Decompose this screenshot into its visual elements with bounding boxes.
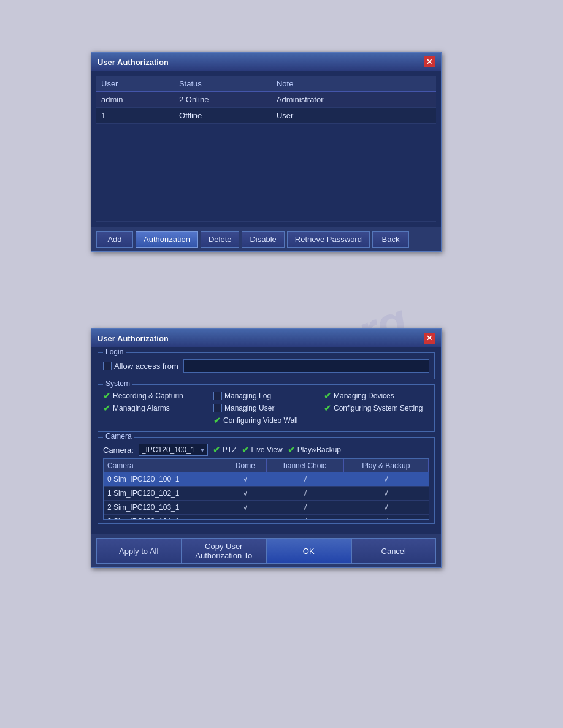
camera-table-row[interactable]: 2 Sim_IPC120_103_1 √ √ √: [104, 501, 429, 515]
cam-play-0: √: [343, 472, 428, 487]
cam-channel-1: √: [266, 487, 343, 501]
cam-play-1: √: [343, 487, 428, 501]
system-item-managing-log[interactable]: Managing Log: [213, 391, 319, 401]
allow-access-input[interactable]: [183, 359, 429, 373]
apply-all-button[interactable]: Apply to All: [96, 538, 182, 564]
cam-dome-0: √: [224, 472, 266, 487]
login-row: Allow access from: [103, 357, 429, 375]
system-section: System ✔ Recording & Capturin Managing L…: [98, 384, 435, 432]
cancel-button[interactable]: Cancel: [351, 538, 437, 564]
status-cell: Offline: [174, 108, 272, 124]
system-label-managing-user: Managing User: [224, 404, 274, 412]
check-icon-managing-user: [213, 404, 222, 412]
login-section-label: Login: [103, 347, 126, 356]
cam-id-0: 0 Sim_IPC120_100_1: [104, 472, 224, 487]
add-button[interactable]: Add: [96, 231, 133, 248]
ok-button[interactable]: OK: [266, 538, 351, 564]
retrieve-password-button[interactable]: Retrieve Password: [287, 231, 370, 248]
check-icon-managing-devices: ✔: [324, 391, 331, 401]
status-cell: 2 Online: [174, 92, 272, 108]
system-item-managing-devices[interactable]: ✔ Managing Devices: [324, 391, 429, 401]
camera-table-row[interactable]: 3 Sim_IPC120_104_1 √ √ √: [104, 515, 429, 520]
camera-section: Camera Camera: _IPC120_100_1 ▼ ✔ PTZ ✔ L…: [98, 437, 435, 524]
table-row[interactable]: 1 Offline User: [96, 108, 436, 124]
dialog-user-authorization-2: User Authorization ✕ Login Allow access …: [91, 328, 442, 568]
dialog-user-authorization-1: User Authorization ✕ User Status Note ad…: [91, 52, 442, 252]
cam-play-3: √: [343, 515, 428, 520]
camera-table-wrapper: Camera Dome hannel Choic Play & Backup 0…: [103, 458, 429, 520]
system-label-recording: Recording & Capturin: [113, 392, 183, 400]
cam-id-3: 3 Sim_IPC120_104_1: [104, 515, 224, 520]
cam-dome-1: √: [224, 487, 266, 501]
dialog2-close-button[interactable]: ✕: [424, 333, 435, 344]
system-item-managing-alarms[interactable]: ✔ Managing Alarms: [103, 403, 209, 413]
extra-cell: [412, 108, 436, 124]
check-icon-live-view: ✔: [242, 445, 249, 455]
check-icon-recording: ✔: [103, 391, 110, 401]
user-cell: admin: [96, 92, 174, 108]
dialog1-button-row: Add Authorization Delete Disable Retriev…: [91, 227, 441, 251]
dialog2-button-row: Apply to All Copy User Authorization To …: [91, 534, 441, 567]
table-row[interactable]: admin 2 Online Administrator: [96, 92, 436, 108]
dialog1-close-button[interactable]: ✕: [424, 56, 435, 67]
cam-channel-2: √: [266, 501, 343, 515]
col-user: User: [96, 76, 174, 92]
ptz-item[interactable]: ✔ PTZ: [213, 445, 237, 455]
cam-dome-2: √: [224, 501, 266, 515]
empty-row: [96, 124, 436, 222]
check-icon-configuring-video: ✔: [213, 415, 221, 425]
camera-label: Camera:: [103, 446, 134, 455]
check-icon-configuring-system: ✔: [324, 403, 331, 413]
camera-table-row[interactable]: 0 Sim_IPC120_100_1 √ √ √: [104, 472, 429, 487]
col-note: Note: [272, 76, 412, 92]
cam-channel-3: √: [266, 515, 343, 520]
camera-table: Camera Dome hannel Choic Play & Backup 0…: [104, 459, 429, 520]
cam-id-1: 1 Sim_IPC120_102_1: [104, 487, 224, 501]
user-table: User Status Note admin 2 Online Administ…: [96, 76, 436, 222]
allow-access-checkbox-item[interactable]: Allow access from: [103, 362, 178, 371]
cam-dome-3: √: [224, 515, 266, 520]
camera-select[interactable]: _IPC120_100_1: [139, 444, 208, 456]
cam-col-dome: Dome: [224, 459, 266, 472]
camera-section-label: Camera: [103, 432, 134, 441]
disable-button[interactable]: Disable: [242, 231, 284, 248]
delete-button[interactable]: Delete: [201, 231, 240, 248]
play-backup-item[interactable]: ✔ Play&Backup: [288, 445, 341, 455]
allow-access-checkbox[interactable]: [103, 362, 112, 370]
dialog2-title: User Authorization: [98, 334, 169, 343]
ptz-label: PTZ: [223, 446, 237, 454]
system-label-managing-log: Managing Log: [224, 392, 271, 400]
check-icon-managing-log: [213, 392, 222, 400]
dialog1-title: User Authorization: [98, 58, 169, 67]
system-label-managing-alarms: Managing Alarms: [113, 404, 170, 412]
login-section: Login Allow access from: [98, 352, 435, 379]
system-item-configuring-video[interactable]: ✔ Configuring Video Wall: [213, 415, 319, 425]
live-view-item[interactable]: ✔ Live View: [242, 445, 283, 455]
play-backup-label: Play&Backup: [297, 446, 341, 454]
check-icon-play-backup: ✔: [288, 445, 295, 455]
cam-channel-0: √: [266, 472, 343, 487]
camera-select-row: Camera: _IPC120_100_1 ▼ ✔ PTZ ✔ Live Vie…: [103, 441, 429, 458]
allow-access-label: Allow access from: [114, 362, 178, 371]
dialog2-titlebar: User Authorization ✕: [91, 329, 441, 347]
camera-select-wrapper[interactable]: _IPC120_100_1 ▼: [139, 444, 208, 456]
system-grid: ✔ Recording & Capturin Managing Log ✔ Ma…: [103, 389, 429, 428]
system-item-recording[interactable]: ✔ Recording & Capturin: [103, 391, 209, 401]
camera-table-row[interactable]: 1 Sim_IPC120_102_1 √ √ √: [104, 487, 429, 501]
authorization-button[interactable]: Authorization: [136, 231, 198, 248]
note-cell: Administrator: [272, 92, 412, 108]
cam-play-2: √: [343, 501, 428, 515]
dialog1-body: User Status Note admin 2 Online Administ…: [91, 71, 441, 227]
copy-button[interactable]: Copy User Authorization To: [182, 538, 267, 564]
system-item-configuring-system[interactable]: ✔ Configuring System Setting: [324, 403, 429, 413]
note-cell: User: [272, 108, 412, 124]
back-button[interactable]: Back: [372, 231, 409, 248]
system-section-label: System: [103, 379, 132, 388]
dialog1-titlebar: User Authorization ✕: [91, 53, 441, 71]
check-icon-managing-alarms: ✔: [103, 403, 110, 413]
system-label-managing-devices: Managing Devices: [334, 392, 394, 400]
system-label-configuring-video: Configuring Video Wall: [223, 416, 297, 425]
live-view-label: Live View: [251, 446, 283, 454]
cam-col-channel: hannel Choic: [266, 459, 343, 472]
system-item-managing-user[interactable]: Managing User: [213, 403, 319, 413]
